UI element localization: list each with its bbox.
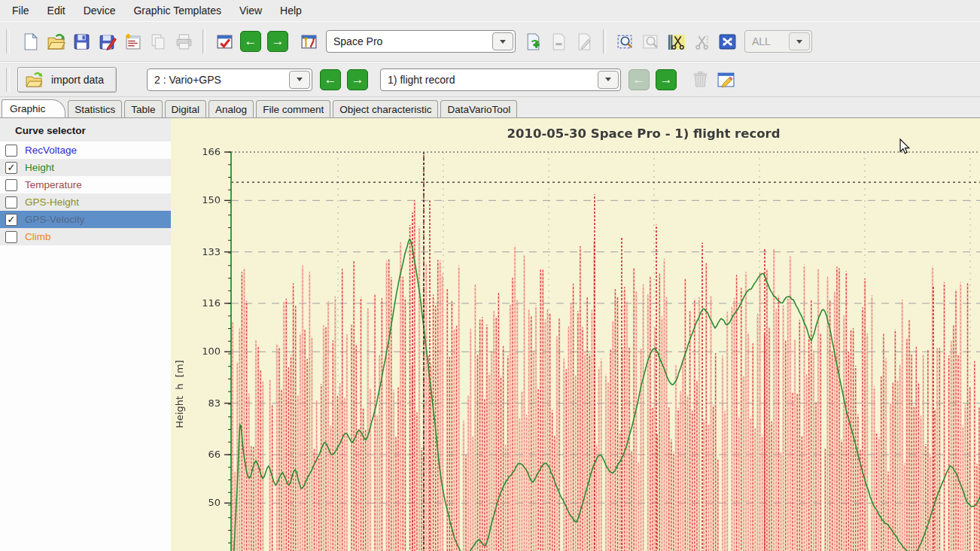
scissors-icon	[692, 32, 711, 51]
curve-row-recvoltage[interactable]: RecVoltage	[0, 142, 171, 159]
curve-checkbox[interactable]: ✓	[5, 162, 17, 174]
cut-range-button[interactable]	[663, 29, 689, 54]
zoom-out-button[interactable]	[638, 29, 663, 54]
range-combobox-dropdown[interactable]	[789, 32, 810, 50]
device-next-button[interactable]: →	[347, 69, 368, 90]
chevron-down-icon	[500, 40, 506, 44]
tab-table[interactable]: Table	[124, 100, 162, 117]
curve-label: GPS-Height	[25, 196, 79, 208]
menu-help[interactable]: Help	[271, 2, 311, 20]
chevron-down-icon	[605, 78, 611, 81]
tab-analog[interactable]: Analog	[208, 100, 254, 117]
printer-icon	[175, 32, 193, 51]
print-button[interactable]	[171, 29, 196, 54]
copy-button[interactable]	[145, 29, 171, 54]
cut-undo-button[interactable]	[689, 29, 714, 54]
save-as-icon	[98, 32, 117, 51]
curve-selector-panel: Curve selector RecVoltage ✓ Height Tempe…	[0, 118, 172, 551]
zoom-selection-button[interactable]	[612, 29, 638, 54]
curve-row-temperature[interactable]: Temperature	[0, 176, 171, 193]
toolbar-handle[interactable]	[6, 29, 10, 53]
curve-checkbox[interactable]	[5, 196, 17, 209]
device-combobox-value: 2 : Vario+GPS	[148, 74, 288, 86]
record-prev-button[interactable]: ←	[628, 69, 650, 90]
template-combobox-value: Space Pro	[327, 35, 491, 47]
curve-label: Temperature	[25, 179, 82, 190]
toolbar-separator	[202, 29, 205, 53]
application-window: File Edit Device Graphic Templates View …	[0, 0, 980, 551]
fit-view-button[interactable]	[714, 29, 740, 54]
tab-datavariotool[interactable]: DataVarioTool	[440, 100, 517, 117]
curve-row-gps-velocity[interactable]: ✓ GPS-Velocity	[0, 211, 171, 228]
tab-file-comment[interactable]: File comment	[256, 100, 330, 117]
add-template-button[interactable]	[520, 29, 546, 54]
template-tools-button[interactable]	[296, 29, 321, 54]
remove-template-button[interactable]	[546, 29, 571, 54]
toolbar-separator	[603, 29, 606, 53]
device-form-icon	[123, 32, 142, 51]
toolbar-handle[interactable]	[6, 68, 10, 92]
record-next-button[interactable]: →	[656, 69, 677, 90]
curve-label: Height	[25, 162, 54, 173]
save-as-button[interactable]	[94, 29, 120, 54]
open-file-button[interactable]	[43, 29, 68, 54]
edit-note-icon	[717, 70, 735, 89]
curve-label: Climb	[25, 231, 51, 242]
curve-checkbox[interactable]	[5, 145, 17, 157]
import-data-button[interactable]: import data	[17, 67, 117, 93]
tab-statistics[interactable]: Statistics	[68, 100, 122, 117]
page-add-icon	[524, 32, 543, 51]
menu-view[interactable]: View	[230, 2, 271, 20]
window-tools-icon	[300, 32, 318, 51]
curve-checkbox[interactable]: ✓	[5, 214, 17, 226]
menu-edit[interactable]: Edit	[38, 2, 75, 20]
curve-row-gps-height[interactable]: GPS-Height	[0, 193, 171, 211]
delete-record-button[interactable]	[687, 67, 713, 93]
device-prev-button[interactable]: ←	[320, 69, 341, 90]
device-combobox-dropdown[interactable]	[289, 71, 310, 89]
edit-record-comment-button[interactable]	[713, 67, 738, 93]
curve-list: RecVoltage ✓ Height Temperature GPS-Heig…	[0, 142, 171, 245]
menu-graphic-templates[interactable]: Graphic Templates	[124, 2, 230, 20]
record-combobox[interactable]: 1) flight record	[380, 68, 621, 91]
tab-graphic[interactable]: Graphic	[2, 99, 65, 117]
page-edit-icon	[575, 32, 594, 51]
device-combobox[interactable]: 2 : Vario+GPS	[147, 68, 312, 91]
template-next-button[interactable]: →	[267, 31, 288, 52]
apply-template-button[interactable]	[212, 29, 237, 54]
tab-digital[interactable]: Digital	[165, 100, 207, 117]
template-combobox-dropdown[interactable]	[492, 32, 513, 50]
device-settings-button[interactable]	[120, 29, 145, 54]
new-file-button[interactable]	[17, 29, 43, 54]
scissors-cut-icon	[667, 32, 686, 51]
template-prev-button[interactable]: ←	[240, 31, 261, 52]
page-remove-icon	[549, 32, 568, 51]
menu-file[interactable]: File	[3, 2, 38, 20]
curve-row-height[interactable]: ✓ Height	[0, 159, 171, 176]
open-folder-icon	[47, 32, 65, 51]
graphic-pane: Curve selector RecVoltage ✓ Height Tempe…	[0, 117, 980, 551]
new-file-icon	[21, 32, 40, 51]
template-combobox[interactable]: Space Pro	[326, 30, 516, 53]
curve-selector-title: Curve selector	[0, 118, 171, 142]
range-combobox[interactable]: ALL	[744, 30, 812, 53]
record-combobox-dropdown[interactable]	[598, 71, 619, 89]
edit-template-button[interactable]	[571, 29, 597, 54]
curve-checkbox[interactable]	[5, 179, 17, 191]
chevron-down-icon	[297, 78, 303, 81]
curve-label: GPS-Velocity	[25, 214, 85, 225]
tab-object-characteristic[interactable]: Object characteristic	[333, 100, 438, 117]
zoom-out-icon	[641, 32, 660, 51]
curve-checkbox[interactable]	[5, 231, 17, 243]
window-check-icon	[215, 32, 234, 51]
menu-device[interactable]: Device	[75, 2, 125, 20]
chevron-down-icon	[796, 40, 802, 44]
expand-arrows-icon	[718, 32, 737, 51]
flight-chart[interactable]	[171, 118, 980, 551]
curve-row-climb[interactable]: Climb	[0, 228, 171, 245]
save-button[interactable]	[68, 29, 94, 54]
import-folder-icon	[24, 71, 44, 89]
main-toolbar: ← → Space Pro	[0, 21, 980, 62]
copy-icon	[149, 32, 168, 51]
zoom-select-icon	[616, 32, 635, 51]
